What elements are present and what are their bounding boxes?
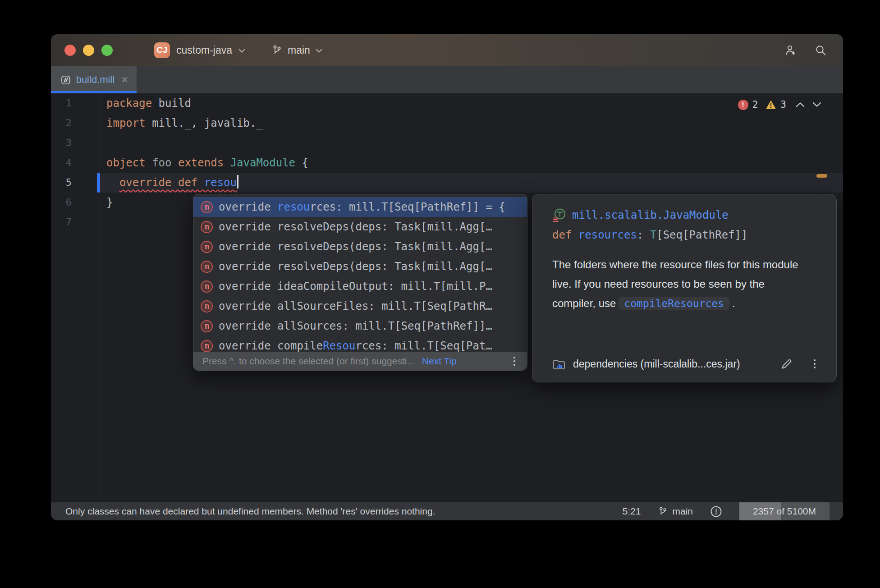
chevron-down-icon xyxy=(316,49,322,53)
code-line[interactable]: import mill._, javalib._ xyxy=(100,113,843,133)
editor-gutter[interactable]: 1234567 xyxy=(51,93,100,502)
doc-module-path[interactable]: mill.scalalib.JavaModule xyxy=(572,209,729,221)
completion-item[interactable]: moverride allSources: mill.T[Seq[PathRef… xyxy=(193,316,527,336)
code-token: rces: mill.T[Seq[Pat… xyxy=(355,340,492,352)
code-token: resou xyxy=(204,176,237,189)
completion-item[interactable]: moverride allSourceFiles: mill.T[Seq[Pat… xyxy=(193,296,527,316)
completion-item[interactable]: moverride resolveDeps(deps: Task[mill.Ag… xyxy=(193,217,527,237)
code-token: } xyxy=(106,196,113,209)
completion-item[interactable]: moverride resources: mill.T[Seq[PathRef]… xyxy=(193,197,527,217)
completion-footer: Press ^. to choose the selected (or firs… xyxy=(193,352,527,370)
completion-item-text: override allSources: mill.T[Seq[PathRef]… xyxy=(219,320,492,332)
code-line[interactable]: package build xyxy=(100,93,843,113)
line-number[interactable]: 7 xyxy=(51,212,100,232)
code-token: override xyxy=(219,201,277,213)
code-token: resou xyxy=(277,201,310,213)
doc-footer: dependencies (mill-scalalib...ces.jar) xyxy=(552,358,818,370)
code-token: build xyxy=(152,97,191,110)
code-token: def xyxy=(552,229,578,241)
completion-item-text: override resources: mill.T[Seq[PathRef]]… xyxy=(219,201,505,213)
line-number[interactable]: 1 xyxy=(51,93,100,113)
memory-indicator[interactable]: 2357 of 5100M xyxy=(739,502,830,520)
git-branch-icon xyxy=(658,506,668,516)
ide-window: CJ custom-java main xyxy=(51,34,843,520)
branch-name: main xyxy=(288,44,310,56)
window-controls xyxy=(64,45,113,56)
method-icon: m xyxy=(201,280,213,293)
code-line[interactable] xyxy=(100,133,843,153)
zoom-window-button[interactable] xyxy=(101,45,113,56)
mill-file-icon xyxy=(61,74,71,86)
status-bar: Only classes can have declared but undef… xyxy=(51,502,843,520)
line-number[interactable]: 3 xyxy=(51,133,100,153)
code-token: override resolveDeps(deps: Task[mill.Agg… xyxy=(219,220,492,233)
line-number[interactable]: 6 xyxy=(51,193,100,212)
code-token: override allSourceFiles: mill.T[Seq[Path… xyxy=(219,300,492,312)
status-message: Only classes can have declared but undef… xyxy=(65,506,435,517)
completion-item-text: override compileResources: mill.T[Seq[Pa… xyxy=(219,340,492,352)
code-token: { xyxy=(295,156,308,169)
caret-line-gutter-marker xyxy=(97,173,100,193)
library-folder-icon xyxy=(552,358,566,370)
chevron-down-icon xyxy=(812,102,821,107)
code-token xyxy=(224,156,230,169)
previous-issue-button[interactable] xyxy=(794,98,807,111)
compile-resources-link[interactable]: compileResources xyxy=(619,297,729,310)
completion-item[interactable]: moverride compileResources: mill.T[Seq[P… xyxy=(193,336,527,353)
code-token: rces: mill.T[Seq[PathRef]] = { xyxy=(310,201,505,213)
code-token: : xyxy=(637,229,650,241)
project-name: custom-java xyxy=(176,44,232,56)
code-token: override resolveDeps(deps: Task[mill.Agg… xyxy=(219,240,492,253)
trait-icon xyxy=(552,208,567,222)
code-token: T xyxy=(650,229,656,241)
code-token: import xyxy=(106,117,146,129)
next-tip-link[interactable]: Next Tip xyxy=(422,356,457,367)
code-token: package xyxy=(106,97,152,110)
code-token: override allSources: mill.T[Seq[PathRef]… xyxy=(219,320,492,332)
close-window-button[interactable] xyxy=(64,45,76,56)
warning-count: 3 xyxy=(780,99,786,110)
line-number[interactable]: 4 xyxy=(51,153,100,173)
code-line[interactable]: override def resou xyxy=(100,173,843,193)
completion-item[interactable]: moverride ideaCompileOutput: mill.T[mill… xyxy=(193,276,527,296)
edit-pencil-icon[interactable] xyxy=(780,358,793,370)
memory-text: 2357 of 5100M xyxy=(753,506,816,517)
completion-item-text: override resolveDeps(deps: Task[mill.Agg… xyxy=(219,240,492,253)
add-user-icon[interactable] xyxy=(784,44,797,56)
completion-item[interactable]: moverride resolveDeps(deps: Task[mill.Ag… xyxy=(193,237,527,257)
status-branch-name: main xyxy=(672,506,693,517)
documentation-popup: mill.scalalib.JavaModule def resources: … xyxy=(532,194,837,382)
completion-item-text: override resolveDeps(deps: Task[mill.Agg… xyxy=(219,260,492,273)
warning-count-icon xyxy=(765,100,776,110)
cursor-position[interactable]: 5:21 xyxy=(623,506,641,517)
code-token xyxy=(146,156,152,169)
status-branch-widget[interactable]: main xyxy=(658,506,693,517)
alert-circle-icon[interactable] xyxy=(710,505,722,518)
code-token: override resolveDeps(deps: Task[mill.Agg… xyxy=(219,260,492,273)
line-number[interactable]: 2 xyxy=(51,113,100,133)
code-line[interactable]: object foo extends JavaModule { xyxy=(100,153,843,173)
chevron-down-icon xyxy=(238,49,245,53)
git-branch-icon xyxy=(271,45,282,55)
completion-item[interactable]: moverride resolveDeps(deps: Task[mill.Ag… xyxy=(193,257,527,276)
error-count-icon: ! xyxy=(738,100,748,110)
project-badge: CJ xyxy=(154,42,170,58)
chevron-up-icon xyxy=(796,102,805,107)
code-token: override def xyxy=(119,176,204,189)
method-icon: m xyxy=(201,201,213,213)
kebab-menu-icon[interactable] xyxy=(811,358,818,370)
project-widget[interactable]: CJ custom-java xyxy=(154,42,245,58)
branch-widget[interactable]: main xyxy=(271,44,322,56)
kebab-menu-icon[interactable] xyxy=(511,355,518,368)
next-issue-button[interactable] xyxy=(811,98,823,111)
search-icon[interactable] xyxy=(815,44,827,56)
inspections-widget[interactable]: ! 2 3 xyxy=(738,96,823,113)
tab-build-mill[interactable]: build.mill ✕ xyxy=(51,66,137,93)
tab-close-icon[interactable]: ✕ xyxy=(121,75,128,84)
code-token: override compile xyxy=(219,340,323,352)
inspection-stripe-mark[interactable] xyxy=(816,174,827,178)
text-caret xyxy=(237,175,238,188)
minimize-window-button[interactable] xyxy=(83,45,94,56)
method-icon: m xyxy=(201,320,213,332)
line-number[interactable]: 5 xyxy=(51,173,100,193)
